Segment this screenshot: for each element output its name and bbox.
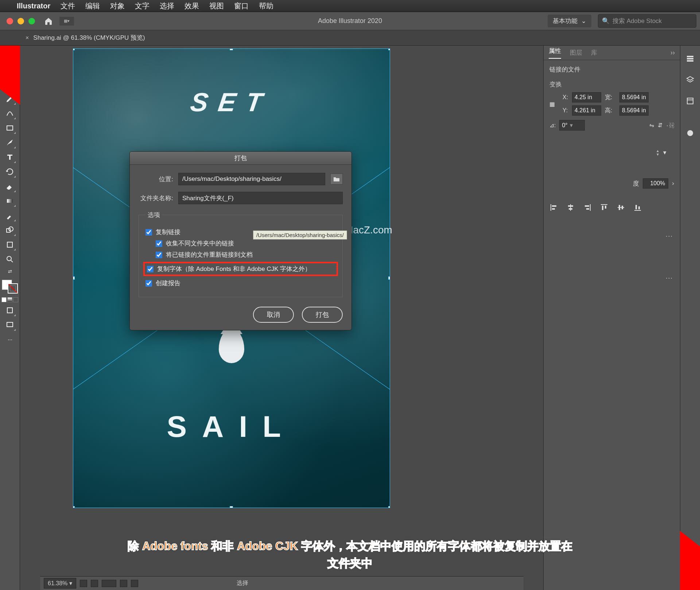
zoom-level[interactable]: 61.38% ▾ [44, 578, 76, 589]
svg-rect-15 [585, 205, 589, 207]
flip-vertical-icon[interactable]: ⇵ [658, 122, 662, 129]
svg-rect-26 [687, 56, 693, 57]
w-label: 宽: [605, 94, 616, 101]
highlight-annotation: 复制字体（除 Adobe Fonts 和非 Adobe CJK 字体之外） [143, 262, 338, 276]
align-left-icon[interactable] [549, 203, 558, 214]
path-tooltip: /Users/mac/Desktop/sharing-basics/ [253, 230, 347, 240]
y-input[interactable] [572, 105, 601, 116]
browse-folder-button[interactable] [330, 174, 343, 185]
selection-handle[interactable] [73, 48, 75, 50]
menu-window[interactable]: 窗口 [234, 1, 249, 11]
properties-panel: 属性 图层 库 ›› 链接的文件 变换 ▦ X: 宽: Y: 高: ⛓ [543, 46, 680, 590]
tab-properties[interactable]: 属性 [549, 47, 561, 59]
svg-rect-16 [586, 208, 589, 210]
height-input[interactable] [619, 105, 649, 116]
package-dialog: 打包 位置: 文件夹名称: /Users/mac/Desktop/sharing… [129, 151, 352, 330]
nav-next-icon[interactable] [120, 580, 127, 587]
document-tab[interactable]: × Sharing.ai @ 61.38% (CMYK/GPU 预览) [26, 34, 145, 42]
cloud-sync-icon[interactable] [684, 127, 697, 140]
align-hcenter-icon[interactable] [566, 203, 575, 214]
search-placeholder: 搜索 Adobe Stock [612, 17, 662, 25]
folder-name-input[interactable] [178, 192, 343, 204]
menu-view[interactable]: 视图 [209, 1, 224, 11]
edit-toolbar-icon[interactable]: ⋯ [3, 333, 16, 346]
svg-rect-13 [569, 208, 572, 210]
tab-libraries[interactable]: 库 [591, 48, 597, 57]
menu-object[interactable]: 对象 [110, 1, 125, 11]
opacity-input[interactable]: 100% [643, 178, 668, 189]
checkbox-relink[interactable]: 将已链接的文件重新链接到文档 [156, 251, 336, 259]
width-input[interactable] [619, 92, 649, 102]
menu-effect[interactable]: 效果 [184, 1, 199, 11]
menu-help[interactable]: 帮助 [259, 1, 273, 11]
nav-first-icon[interactable] [80, 580, 87, 587]
checkbox-copy-fonts[interactable]: 复制字体（除 Adobe Fonts 和非 Adobe CJK 字体之外） [147, 265, 334, 273]
workspace-selector[interactable]: 基本功能 ⌄ [548, 15, 591, 27]
app-top-bar: ▦▾ Adobe Illustrator 2020 基本功能 ⌄ 🔍 搜索 Ad… [0, 12, 700, 30]
opacity-arrow-icon[interactable]: › [672, 180, 674, 187]
reference-point-icon[interactable]: ▦ [549, 101, 559, 108]
home-icon[interactable] [44, 17, 53, 26]
svg-rect-29 [687, 98, 693, 104]
selection-handle[interactable] [230, 506, 233, 508]
artwork-droplet-icon [219, 329, 244, 363]
nav-last-icon[interactable] [131, 580, 138, 587]
align-right-icon[interactable] [583, 203, 592, 214]
y-label: Y: [563, 107, 568, 114]
nav-prev-icon[interactable] [91, 580, 98, 587]
color-mode-swatches[interactable] [1, 297, 18, 302]
main-area: ⏵ ⇄ ⋯ SET SAIL [0, 46, 700, 590]
transform-label: 变换 [549, 80, 674, 89]
selection-handle[interactable] [73, 506, 75, 508]
blend-mode-dropdown[interactable]: ▾ [663, 149, 674, 156]
left-toolbar: ⏵ ⇄ ⋯ [0, 46, 20, 590]
align-vcenter-icon[interactable] [617, 203, 625, 214]
menu-select[interactable]: 选择 [160, 1, 174, 11]
svg-rect-10 [552, 208, 555, 210]
properties-panel-icon[interactable] [684, 52, 697, 65]
arrange-documents-icon[interactable]: ▦▾ [59, 17, 74, 26]
libraries-panel-icon[interactable] [684, 94, 697, 108]
layers-panel-icon[interactable] [684, 73, 697, 86]
artboard-nav-field[interactable] [102, 580, 116, 587]
package-button[interactable]: 打包 [302, 307, 343, 323]
search-stock-field[interactable]: 🔍 搜索 Adobe Stock [598, 14, 696, 28]
checkbox-create-report[interactable]: 创建报告 [145, 279, 336, 287]
x-input[interactable] [572, 92, 601, 102]
selection-handle[interactable] [73, 276, 75, 280]
minimize-window-icon[interactable] [18, 18, 24, 24]
screen-mode-icon[interactable] [3, 318, 16, 331]
rotation-input[interactable]: 0° [559, 120, 585, 131]
selection-handle[interactable] [388, 48, 390, 50]
tab-layers[interactable]: 图层 [570, 48, 582, 57]
svg-rect-9 [552, 205, 556, 207]
flip-horizontal-icon[interactable]: ⇋ [649, 122, 654, 129]
svg-rect-27 [687, 58, 693, 59]
collapse-panel-icon[interactable]: ›› [670, 49, 675, 57]
menu-type[interactable]: 文字 [135, 1, 149, 11]
align-more-icon[interactable]: ⋯ [665, 273, 673, 282]
align-bottom-icon[interactable] [633, 203, 642, 214]
h-label: 高: [605, 107, 616, 114]
options-group: 选项 复制链接 收集不同文件夹中的链接 将已链接的文件重新链接到文档 复制字体（… [139, 211, 343, 297]
cancel-button[interactable]: 取消 [253, 307, 294, 323]
selection-handle[interactable] [230, 48, 233, 50]
maximize-window-icon[interactable] [28, 18, 35, 24]
svg-rect-14 [590, 204, 591, 211]
link-wh-icon[interactable]: ⛓ [669, 122, 675, 129]
appearance-more-icon[interactable]: ⋯ [665, 232, 673, 240]
artwork-text-top: SET [73, 87, 390, 117]
align-top-icon[interactable] [600, 203, 608, 214]
close-window-icon[interactable] [7, 18, 13, 24]
selection-handle[interactable] [388, 506, 390, 508]
location-input[interactable] [178, 173, 325, 185]
opacity-stepper[interactable]: ▲▼ [656, 149, 660, 156]
selection-handle[interactable] [388, 276, 390, 280]
svg-rect-17 [601, 204, 607, 205]
draw-mode-icon[interactable] [3, 304, 16, 317]
close-tab-icon[interactable]: × [26, 35, 29, 41]
menu-file[interactable]: 文件 [61, 1, 75, 11]
checkbox-collect-links[interactable]: 收集不同文件夹中的链接 [156, 239, 336, 248]
menu-edit[interactable]: 编辑 [85, 1, 100, 11]
app-name[interactable]: Illustrator [17, 2, 50, 10]
